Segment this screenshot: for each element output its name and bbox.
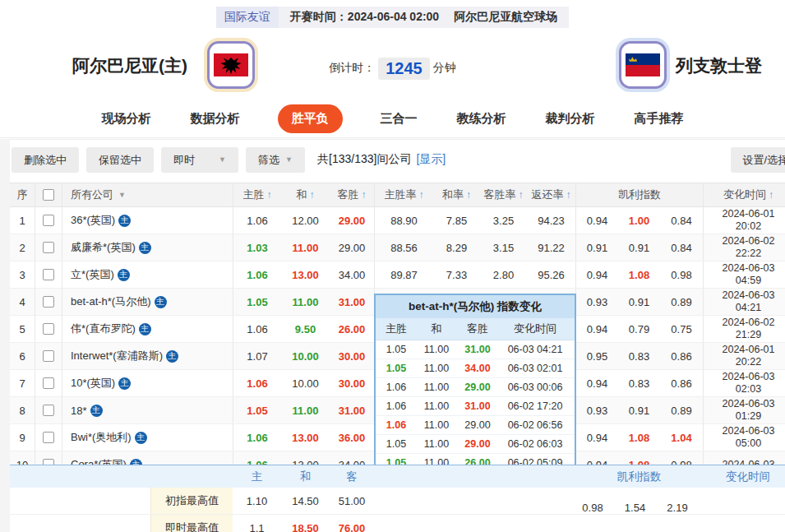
tab-教练分析[interactable]: 教练分析	[455, 104, 508, 133]
filter-dropdown[interactable]: 筛选 ▼	[246, 147, 305, 173]
league-link[interactable]: 国际友谊	[216, 7, 279, 28]
tab-胜平负[interactable]: 胜平负	[278, 104, 343, 133]
header-win[interactable]: 主胜↑	[233, 183, 281, 206]
analysis-tabs: 现场分析数据分析胜平负三合一教练分析裁判分析高手推荐	[0, 100, 785, 138]
liechtenstein-flag-icon	[619, 41, 667, 89]
company-cell[interactable]: 36*(英国)主	[62, 207, 233, 234]
kelly-value: 0.91	[618, 234, 660, 261]
row-checkbox[interactable]	[43, 242, 54, 253]
row-checkbox[interactable]	[43, 432, 54, 443]
show-link[interactable]: [显示]	[416, 152, 446, 167]
delete-selected-button[interactable]: 删除选中	[12, 147, 79, 173]
header-lose[interactable]: 客胜↑	[330, 183, 374, 206]
change-time: 2024-06-0120:02	[703, 207, 785, 234]
popup-row: 1.0611.0031.0006-02 17:20	[376, 397, 575, 416]
tab-数据分析[interactable]: 数据分析	[189, 104, 242, 133]
odds-value: 1.07	[233, 343, 281, 369]
row-checkbox[interactable]	[43, 405, 54, 416]
row-checkbox-cell	[35, 289, 62, 315]
kelly-summary-values: 0.981.542.19	[571, 502, 703, 514]
header-change-time[interactable]: 变化时间↑	[703, 183, 785, 206]
rate-value: 8.29	[433, 234, 480, 261]
company-cell[interactable]: Interwet*(塞浦路斯)主	[62, 343, 233, 369]
change-time: 2024-06-0120:22	[703, 343, 785, 369]
odds-value: 29.00	[330, 207, 374, 234]
row-checkbox[interactable]	[43, 323, 54, 335]
popup-odds-value: 11.00	[417, 438, 456, 450]
row-checkbox[interactable]	[43, 350, 54, 362]
kelly-value: 0.83	[618, 370, 660, 396]
sort-up-icon: ↑	[267, 189, 272, 201]
popup-odds-value: 1.05	[376, 363, 417, 374]
kelly-value: 0.83	[618, 343, 660, 369]
kelly-value: 0.94	[575, 370, 618, 396]
odds-value: 30.00	[330, 370, 374, 396]
row-checkbox-cell	[35, 261, 62, 288]
summary-head-win: 主	[233, 470, 281, 484]
table-row: 3立*(英国)主1.0613.0034.0089.877.332.8095.26…	[10, 261, 785, 289]
home-badge-icon: 主	[155, 296, 167, 308]
keep-selected-button[interactable]: 保留选中	[86, 147, 154, 173]
rate-value: 94.23	[527, 207, 575, 234]
home-badge-icon: 主	[118, 269, 130, 281]
header-win-rate[interactable]: 主胜率↑	[374, 183, 433, 206]
popup-odds-value: 31.00	[456, 344, 499, 355]
popup-header: 主胜和客胜变化时间	[376, 318, 575, 340]
popup-change-time: 06-03 04:21	[499, 344, 571, 355]
header-lose-rate[interactable]: 客胜率↑	[480, 183, 527, 206]
tab-三合一[interactable]: 三合一	[379, 104, 419, 133]
odds-value: 13.00	[281, 424, 330, 451]
row-checkbox-cell	[35, 370, 62, 396]
tab-现场分析[interactable]: 现场分析	[100, 104, 153, 133]
company-cell[interactable]: 立*(英国)主	[62, 261, 233, 288]
odds-value: 31.00	[330, 289, 374, 315]
row-checkbox[interactable]	[43, 269, 54, 280]
header-return-rate[interactable]: 返还率↑	[527, 183, 575, 206]
countdown: 倒计时：1245分钟	[0, 58, 785, 80]
popup-odds-value: 29.00	[456, 438, 499, 450]
kelly-summary-value: 2.19	[656, 502, 699, 514]
kelly-value: 0.91	[618, 289, 660, 315]
rate-value: 88.56	[374, 234, 433, 261]
company-cell[interactable]: 10*(英国)主	[62, 370, 233, 396]
kelly-value: 0.89	[660, 397, 703, 423]
company-cell[interactable]: 伟*(直布罗陀)主	[62, 316, 233, 342]
header-draw[interactable]: 和↑	[281, 183, 330, 206]
select-all-checkbox[interactable]	[43, 189, 54, 201]
row-checkbox[interactable]	[43, 296, 54, 308]
row-checkbox-cell	[35, 424, 62, 451]
company-cell[interactable]: Bwi*(奥地利)主	[62, 424, 233, 451]
rate-value: 95.26	[527, 261, 575, 288]
header-company[interactable]: 所有公司▼	[62, 183, 233, 206]
company-cell[interactable]: bet-at-h*(马尔他)主	[62, 289, 233, 315]
summary-row: 即时最高值1.118.5076.00	[10, 515, 785, 532]
kelly-value: 0.89	[660, 289, 703, 315]
odds-value: 29.00	[330, 234, 374, 261]
kelly-value: 0.93	[575, 397, 618, 423]
mode-select[interactable]: 即时 ▼	[161, 147, 238, 173]
kelly-value: 0.93	[575, 289, 618, 315]
settings-button[interactable]: 设置/选择	[731, 147, 785, 173]
company-cell[interactable]: 威廉希*(英国)主	[62, 234, 233, 261]
popup-change-time: 06-02 06:56	[499, 419, 571, 431]
row-checkbox[interactable]	[43, 377, 54, 389]
rate-value: 89.87	[374, 261, 433, 288]
odds-value: 30.00	[330, 343, 374, 369]
header-label: 和	[297, 187, 307, 202]
odds-value: 1.06	[233, 424, 281, 451]
change-time: 2024-06-0302:03	[703, 370, 785, 396]
odds-value: 11.00	[281, 397, 330, 423]
row-checkbox[interactable]	[43, 215, 54, 226]
summary-value: 1.10	[233, 495, 281, 507]
tab-高手推荐[interactable]: 高手推荐	[633, 104, 686, 133]
tab-裁判分析[interactable]: 裁判分析	[544, 104, 597, 133]
header-draw-rate[interactable]: 和率↑	[433, 183, 480, 206]
row-checkbox-cell	[35, 234, 62, 261]
countdown-label: 倒计时：	[329, 61, 375, 74]
kelly-value: 0.94	[575, 207, 618, 234]
match-info: 开赛时间：2024-06-04 02:00 阿尔巴尼亚航空球场	[279, 7, 569, 28]
toolbar: 删除选中 保留选中 即时 ▼ 筛选 ▼ 共[133/133]间公司 [显示] 设…	[0, 139, 785, 179]
company-cell[interactable]: 18*主	[62, 397, 233, 423]
company-name: 立*(英国)	[71, 267, 114, 282]
chevron-down-icon: ▼	[219, 147, 226, 173]
